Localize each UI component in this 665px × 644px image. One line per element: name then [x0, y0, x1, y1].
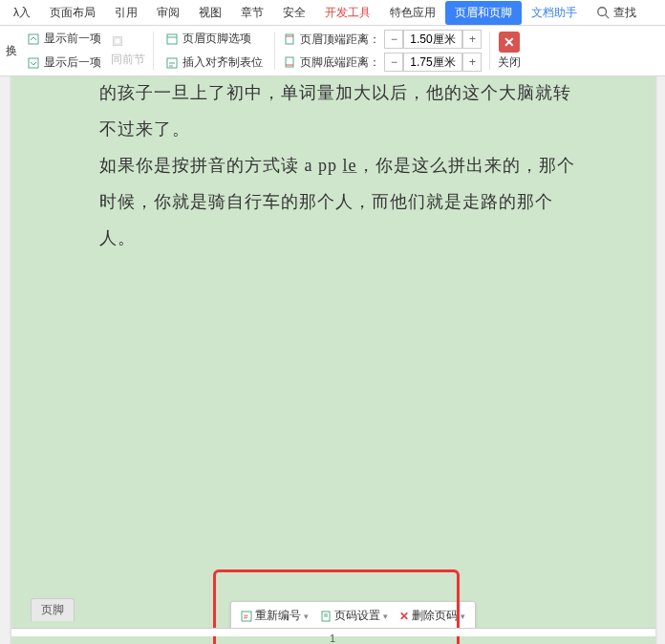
tab-security[interactable]: 安全 [273, 1, 315, 25]
show-prev-label: 显示前一项 [44, 31, 101, 47]
page-settings-button[interactable]: 页码设置 ▾ [316, 606, 392, 626]
tab-view[interactable]: 视图 [189, 1, 231, 25]
replace-label: 换 [6, 43, 17, 59]
tab-doc-assistant[interactable]: 文档助手 [522, 1, 587, 25]
tab-review[interactable]: 审阅 [147, 1, 189, 25]
footer-tab-label[interactable]: 页脚 [31, 598, 75, 621]
renumber-button[interactable]: # 重新编号 ▾ [237, 606, 312, 626]
svg-text:#: # [244, 612, 248, 621]
separator [274, 32, 275, 70]
tab-devtools[interactable]: 开发工具 [315, 1, 380, 25]
renumber-icon: # [241, 611, 252, 622]
renumber-label: 重新编号 [255, 608, 301, 624]
tab-page-layout[interactable]: 页面布局 [40, 1, 105, 25]
show-next-label: 显示后一项 [44, 54, 101, 71]
same-section-label: 同前节 [111, 52, 145, 68]
footer-dist-plus[interactable]: + [462, 53, 482, 72]
align-tab-icon [165, 56, 179, 70]
page[interactable]: 的孩子一旦上了初中，单词量加大以后，他的这个大脑就转不过来了。 如果你是按拼音的… [11, 76, 655, 644]
footer-dist-label: 页脚底端距离： [300, 54, 380, 71]
header-dist-input[interactable] [403, 30, 462, 49]
delete-icon: ✕ [399, 610, 409, 623]
close-label: 关闭 [498, 54, 521, 71]
footer-dist-input[interactable] [403, 53, 462, 72]
body-text: 的孩子一旦上了初中，单词量加大以后，他的这个大脑就转不过来了。 如果你是按拼音的… [99, 76, 587, 256]
page-settings-icon [320, 611, 332, 622]
page-next-icon [27, 56, 40, 70]
search-label: 查找 [613, 5, 636, 21]
ribbon-toolbar: 换 显示前一项 显示后一项 同前节 页眉页脚选项 插入对齐制表位 页眉顶端距离： [0, 26, 665, 76]
dropdown-icon: ▾ [461, 612, 465, 621]
hf-options-label: 页眉页脚选项 [182, 31, 251, 47]
separator [153, 32, 154, 70]
dropdown-icon: ▾ [383, 612, 388, 621]
page-number: 1 [330, 633, 335, 644]
search-icon [596, 6, 610, 19]
menu-tabs: λ入 页面布局 引用 审阅 视图 章节 安全 开发工具 特色应用 页眉和页脚 文… [0, 0, 665, 26]
svg-rect-6 [167, 34, 177, 44]
tab-sections[interactable]: 章节 [231, 1, 273, 25]
insert-align-tab-button[interactable]: 插入对齐制表位 [161, 53, 267, 73]
delete-pagenum-button[interactable]: ✕ 删除页码 ▾ [396, 606, 469, 626]
replace-group: 换 [6, 43, 17, 59]
footer-dist-icon [283, 55, 296, 69]
insert-align-tab-label: 插入对齐制表位 [182, 54, 263, 71]
tab-references[interactable]: 引用 [105, 1, 147, 25]
search-button[interactable]: 查找 [587, 1, 646, 25]
separator [489, 32, 490, 70]
show-next-button[interactable]: 显示后一项 [23, 53, 105, 73]
tab-special[interactable]: 特色应用 [380, 1, 445, 25]
tab-insert[interactable]: λ入 [4, 1, 40, 25]
page-settings-label: 页码设置 [334, 608, 380, 624]
paragraph-2: 如果你是按拼音的方式读 a pp le，你是这么拼出来的，那个时候，你就是骑自行… [99, 147, 587, 256]
header-dist-plus[interactable]: + [462, 30, 482, 49]
dropdown-icon: ▾ [304, 612, 309, 621]
close-hf-button[interactable]: ✕ [499, 32, 520, 53]
show-prev-button[interactable]: 显示前一项 [23, 29, 105, 49]
page-prev-icon [27, 32, 40, 46]
footer-dist-minus[interactable]: − [384, 53, 403, 72]
tab-header-footer[interactable]: 页眉和页脚 [445, 1, 522, 25]
hf-options-button[interactable]: 页眉页脚选项 [161, 29, 267, 49]
footer-dist-spinner: − + [384, 53, 482, 72]
delete-pagenum-label: 删除页码 [412, 608, 458, 624]
svg-rect-2 [29, 34, 38, 44]
header-dist-label: 页眉顶端距离： [300, 32, 380, 48]
hf-options-icon [165, 32, 179, 46]
footer-toolbar-popup: # 重新编号 ▾ 页码设置 ▾ ✕ 删除页码 ▾ [230, 601, 476, 631]
header-dist-icon [283, 32, 296, 46]
link-section-icon [111, 34, 124, 48]
svg-point-0 [598, 8, 607, 16]
header-dist-minus[interactable]: − [384, 30, 403, 49]
svg-line-1 [606, 15, 610, 19]
svg-rect-5 [115, 37, 120, 43]
svg-rect-3 [29, 58, 38, 68]
document-area: 的孩子一旦上了初中，单词量加大以后，他的这个大脑就转不过来了。 如果你是按拼音的… [0, 76, 665, 644]
paragraph-1: 的孩子一旦上了初中，单词量加大以后，他的这个大脑就转不过来了。 [99, 76, 587, 147]
header-dist-spinner: − + [384, 30, 482, 49]
close-icon: ✕ [504, 34, 515, 50]
